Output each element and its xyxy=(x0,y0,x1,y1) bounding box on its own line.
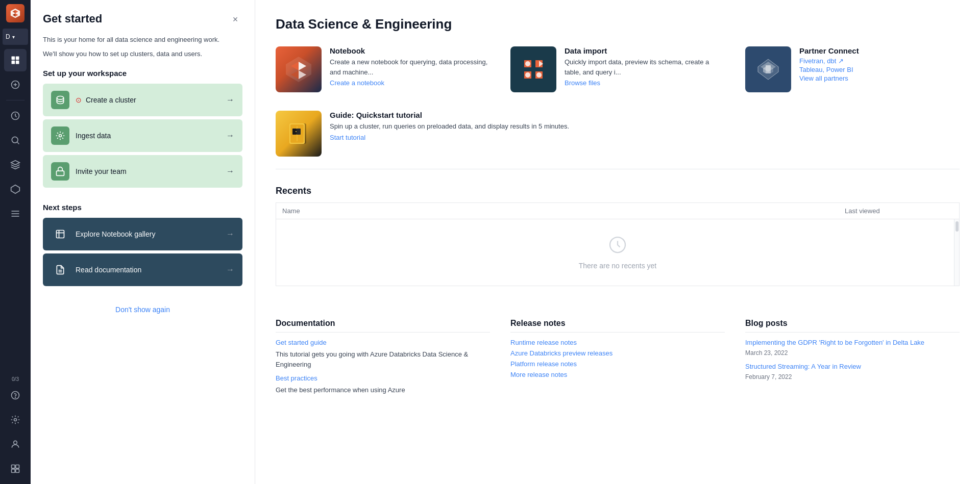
svg-rect-58 xyxy=(297,129,301,135)
next-step-arrow-gallery: → xyxy=(226,230,234,239)
svg-marker-15 xyxy=(11,185,20,194)
recents-col-viewed: Last viewed xyxy=(845,207,947,215)
step-label-ingest: Ingest data xyxy=(76,132,220,140)
docs-col-title: Documentation xyxy=(276,319,490,333)
recents-section: Recents Name Last viewed There are no re… xyxy=(276,186,960,286)
next-step-icon-gallery xyxy=(51,225,69,243)
close-button[interactable]: × xyxy=(228,12,242,27)
svg-rect-8 xyxy=(16,61,19,64)
guide-title: Guide: Quickstart tutorial xyxy=(330,111,569,119)
guide-info: Guide: Quickstart tutorial Spin up a clu… xyxy=(330,111,569,141)
card-link-tableau[interactable]: Tableau, Power BI xyxy=(799,66,859,73)
svg-rect-23 xyxy=(12,465,15,469)
nav-item-workflows[interactable] xyxy=(4,154,27,176)
recents-empty-text: There are no recents yet xyxy=(579,262,657,270)
step-label-cluster: ⊙ Create a cluster xyxy=(76,96,220,104)
card-info-dataimport: Data import Quickly import data, preview… xyxy=(565,46,725,87)
warning-icon: ⊙ xyxy=(76,96,82,104)
main-content: Data Science & Engineering Notebook Crea… xyxy=(255,0,980,484)
blog-link-1[interactable]: Implementing the GDPR 'Right to be Forgo… xyxy=(745,339,960,346)
guide-thumb xyxy=(276,111,322,157)
docs-link-1[interactable]: Get started guide xyxy=(276,339,490,346)
svg-rect-25 xyxy=(12,469,15,473)
card-link-view-all[interactable]: View all partners xyxy=(799,74,859,82)
card-thumb-notebook xyxy=(276,46,322,92)
sidebar-panel: Get started × This is your home for all … xyxy=(31,0,255,484)
nav-item-expand[interactable] xyxy=(4,457,27,480)
next-step-arrow-docs: → xyxy=(226,265,234,274)
next-step-label-docs: Read documentation xyxy=(76,266,220,274)
svg-point-59 xyxy=(296,131,297,132)
card-info-notebook: Notebook Create a new notebook for query… xyxy=(330,46,490,87)
card-desc-dataimport: Quickly import data, preview its schema,… xyxy=(565,57,725,77)
dont-show-link[interactable]: Don't show again xyxy=(43,305,242,314)
setup-section-title: Set up your workspace xyxy=(43,69,242,78)
svg-point-21 xyxy=(14,419,17,421)
svg-rect-6 xyxy=(16,57,19,60)
next-section-title: Next steps xyxy=(43,203,242,212)
step-create-cluster[interactable]: ⊙ Create a cluster → xyxy=(43,84,242,116)
workspace-label: D xyxy=(6,33,10,40)
nav-item-home[interactable] xyxy=(4,49,27,71)
svg-point-28 xyxy=(59,135,62,137)
card-link-fivetran[interactable]: Fivetran, dbt ↗ xyxy=(799,57,859,65)
step-label-invite: Invite your team xyxy=(76,167,220,175)
next-step-notebook-gallery[interactable]: Explore Notebook gallery → xyxy=(43,218,242,250)
card-link-dataimport[interactable]: Browse files xyxy=(565,79,725,87)
nav-item-recent[interactable] xyxy=(4,105,27,127)
next-step-docs[interactable]: Read documentation → xyxy=(43,253,242,286)
card-thumb-dataimport xyxy=(510,46,556,92)
workspace-selector[interactable]: D ▾ xyxy=(3,29,28,45)
docs-desc-1: This tutorial gets you going with Azure … xyxy=(276,349,490,369)
docs-col: Documentation Get started guide This tut… xyxy=(276,319,490,400)
blog-link-2[interactable]: Structured Streaming: A Year in Review xyxy=(745,363,960,370)
recents-col-name: Name xyxy=(282,207,845,215)
app-logo xyxy=(6,4,24,22)
recents-clock-icon xyxy=(579,236,657,258)
sidebar-title: Get started xyxy=(43,12,102,26)
svg-rect-24 xyxy=(16,465,19,469)
step-invite-team[interactable]: Invite your team → xyxy=(43,155,242,188)
svg-rect-51 xyxy=(766,65,771,73)
recents-header: Name Last viewed xyxy=(276,203,959,219)
docs-link-2[interactable]: Best practices xyxy=(276,374,490,382)
release-col-title: Release notes xyxy=(510,319,725,333)
svg-point-13 xyxy=(12,137,18,143)
blog-posts-col: Blog posts Implementing the GDPR 'Right … xyxy=(745,319,960,400)
blog-date-2: February 7, 2022 xyxy=(745,373,960,380)
recents-scrollbar[interactable] xyxy=(954,219,959,286)
card-notebook: Notebook Create a new notebook for query… xyxy=(276,46,490,92)
svg-point-47 xyxy=(536,72,542,78)
release-link-more[interactable]: More release notes xyxy=(510,371,725,378)
svg-point-44 xyxy=(525,61,530,66)
nav-item-list[interactable] xyxy=(4,202,27,225)
nav-item-user[interactable] xyxy=(4,433,27,455)
svg-point-46 xyxy=(525,72,530,78)
nav-item-settings[interactable] xyxy=(4,409,27,431)
step-icon-cluster xyxy=(51,91,69,109)
release-link-runtime[interactable]: Runtime release notes xyxy=(510,339,725,346)
card-link-notebook[interactable]: Create a notebook xyxy=(330,79,490,87)
step-arrow-ingest: → xyxy=(226,131,234,140)
next-step-icon-docs xyxy=(51,261,69,279)
nav-item-compute[interactable] xyxy=(4,178,27,200)
cards-row: Notebook Create a new notebook for query… xyxy=(276,46,960,92)
step-ingest-data[interactable]: Ingest data → xyxy=(43,119,242,152)
recents-title: Recents xyxy=(276,186,960,196)
nav-item-search[interactable] xyxy=(4,129,27,151)
release-link-preview[interactable]: Azure Databricks preview releases xyxy=(510,349,725,357)
docs-desc-2: Get the best performance when using Azur… xyxy=(276,385,490,395)
svg-rect-7 xyxy=(12,61,15,64)
guide-row: Guide: Quickstart tutorial Spin up a clu… xyxy=(276,111,960,169)
card-title-dataimport: Data import xyxy=(565,46,725,55)
nav-divider-1 xyxy=(6,100,24,100)
nav-item-help[interactable] xyxy=(4,384,27,406)
release-link-platform[interactable]: Platform release notes xyxy=(510,360,725,368)
workspace-arrow: ▾ xyxy=(12,34,15,40)
nav-item-create[interactable] xyxy=(4,73,27,96)
recents-empty-area: There are no recents yet xyxy=(579,220,657,285)
release-notes-col: Release notes Runtime release notes Azur… xyxy=(510,319,725,400)
card-title-notebook: Notebook xyxy=(330,46,490,55)
card-desc-notebook: Create a new notebook for querying, data… xyxy=(330,57,490,77)
guide-link[interactable]: Start tutorial xyxy=(330,134,569,141)
